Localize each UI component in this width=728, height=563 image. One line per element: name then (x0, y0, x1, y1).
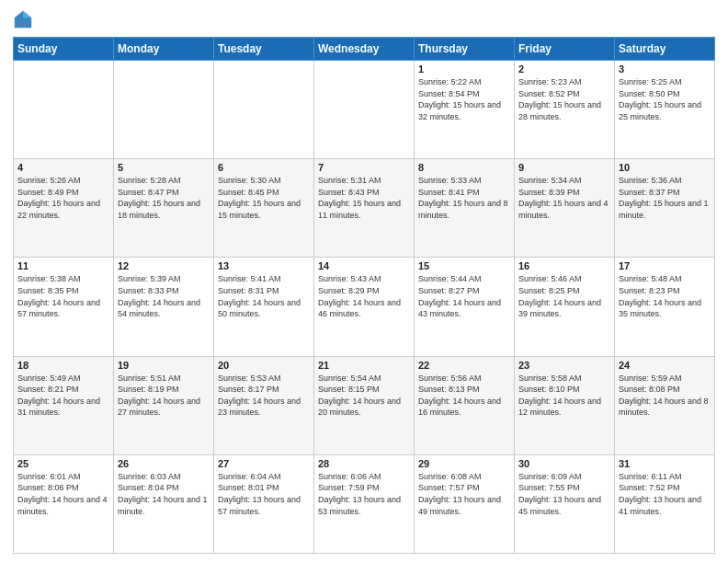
calendar-cell (214, 61, 314, 159)
calendar-cell: 12Sunrise: 5:39 AMSunset: 8:33 PMDayligh… (114, 258, 214, 356)
week-row-5: 25Sunrise: 6:01 AMSunset: 8:06 PMDayligh… (14, 454, 715, 553)
day-number: 27 (218, 458, 310, 469)
calendar-cell: 17Sunrise: 5:48 AMSunset: 8:23 PMDayligh… (615, 258, 715, 356)
day-info: Sunrise: 6:06 AMSunset: 7:59 PMDaylight:… (318, 471, 410, 517)
calendar-cell: 22Sunrise: 5:56 AMSunset: 8:13 PMDayligh… (415, 356, 515, 454)
day-info: Sunrise: 5:30 AMSunset: 8:45 PMDaylight:… (218, 175, 310, 221)
day-info: Sunrise: 5:28 AMSunset: 8:47 PMDaylight:… (118, 175, 210, 221)
week-row-4: 18Sunrise: 5:49 AMSunset: 8:21 PMDayligh… (14, 356, 715, 454)
calendar-cell: 13Sunrise: 5:41 AMSunset: 8:31 PMDayligh… (214, 258, 314, 356)
day-number: 8 (418, 162, 510, 173)
calendar-cell: 25Sunrise: 6:01 AMSunset: 8:06 PMDayligh… (14, 454, 114, 553)
calendar-cell (314, 61, 415, 159)
day-number: 9 (518, 162, 610, 173)
day-info: Sunrise: 5:54 AMSunset: 8:15 PMDaylight:… (318, 373, 410, 419)
day-number: 24 (619, 360, 711, 371)
calendar-cell: 21Sunrise: 5:54 AMSunset: 8:15 PMDayligh… (314, 356, 415, 454)
day-number: 17 (619, 260, 711, 271)
day-info: Sunrise: 6:01 AMSunset: 8:06 PMDaylight:… (17, 471, 109, 517)
calendar-cell: 20Sunrise: 5:53 AMSunset: 8:17 PMDayligh… (214, 356, 314, 454)
day-number: 4 (17, 162, 109, 173)
day-number: 21 (318, 360, 410, 371)
day-info: Sunrise: 5:25 AMSunset: 8:50 PMDaylight:… (619, 76, 711, 122)
day-number: 15 (418, 260, 510, 271)
calendar-cell: 24Sunrise: 5:59 AMSunset: 8:08 PMDayligh… (615, 356, 715, 454)
calendar-cell: 29Sunrise: 6:08 AMSunset: 7:57 PMDayligh… (415, 454, 515, 553)
calendar-cell: 11Sunrise: 5:38 AMSunset: 8:35 PMDayligh… (14, 258, 114, 356)
day-info: Sunrise: 5:41 AMSunset: 8:31 PMDaylight:… (218, 273, 310, 319)
day-info: Sunrise: 5:58 AMSunset: 8:10 PMDaylight:… (518, 373, 610, 419)
calendar-cell: 10Sunrise: 5:36 AMSunset: 8:37 PMDayligh… (615, 159, 715, 258)
day-info: Sunrise: 6:09 AMSunset: 7:55 PMDaylight:… (518, 471, 610, 517)
day-info: Sunrise: 5:34 AMSunset: 8:39 PMDaylight:… (518, 175, 610, 221)
day-number: 20 (218, 360, 310, 371)
weekday-header-row: SundayMondayTuesdayWednesdayThursdayFrid… (14, 38, 715, 61)
day-number: 10 (619, 162, 711, 173)
day-info: Sunrise: 5:51 AMSunset: 8:19 PMDaylight:… (118, 373, 210, 419)
week-row-1: 1Sunrise: 5:22 AMSunset: 8:54 PMDaylight… (14, 61, 715, 159)
header (13, 9, 715, 29)
calendar-cell: 3Sunrise: 5:25 AMSunset: 8:50 PMDaylight… (615, 61, 715, 159)
calendar-table: SundayMondayTuesdayWednesdayThursdayFrid… (13, 37, 715, 554)
calendar-cell: 27Sunrise: 6:04 AMSunset: 8:01 PMDayligh… (214, 454, 314, 553)
day-info: Sunrise: 5:44 AMSunset: 8:27 PMDaylight:… (418, 273, 510, 319)
weekday-header-wednesday: Wednesday (314, 38, 415, 61)
day-number: 18 (17, 360, 109, 371)
calendar-cell: 5Sunrise: 5:28 AMSunset: 8:47 PMDaylight… (114, 159, 214, 258)
weekday-header-thursday: Thursday (415, 38, 515, 61)
day-number: 3 (619, 63, 711, 75)
weekday-header-monday: Monday (114, 38, 214, 61)
week-row-3: 11Sunrise: 5:38 AMSunset: 8:35 PMDayligh… (14, 258, 715, 356)
calendar-cell: 1Sunrise: 5:22 AMSunset: 8:54 PMDaylight… (415, 61, 515, 159)
calendar-cell: 2Sunrise: 5:23 AMSunset: 8:52 PMDaylight… (515, 61, 615, 159)
calendar-cell: 8Sunrise: 5:33 AMSunset: 8:41 PMDaylight… (415, 159, 515, 258)
day-info: Sunrise: 5:49 AMSunset: 8:21 PMDaylight:… (17, 373, 109, 419)
weekday-header-friday: Friday (515, 38, 615, 61)
day-info: Sunrise: 5:38 AMSunset: 8:35 PMDaylight:… (17, 273, 109, 319)
calendar-cell: 23Sunrise: 5:58 AMSunset: 8:10 PMDayligh… (515, 356, 615, 454)
day-number: 7 (318, 162, 410, 173)
day-info: Sunrise: 6:04 AMSunset: 8:01 PMDaylight:… (218, 471, 310, 517)
day-info: Sunrise: 5:43 AMSunset: 8:29 PMDaylight:… (318, 273, 410, 319)
calendar-cell: 14Sunrise: 5:43 AMSunset: 8:29 PMDayligh… (314, 258, 415, 356)
day-number: 12 (118, 260, 210, 271)
day-number: 28 (318, 458, 410, 469)
day-info: Sunrise: 5:33 AMSunset: 8:41 PMDaylight:… (418, 175, 510, 221)
weekday-header-sunday: Sunday (14, 38, 114, 61)
day-info: Sunrise: 5:23 AMSunset: 8:52 PMDaylight:… (518, 76, 610, 122)
day-number: 13 (218, 260, 310, 271)
calendar-cell (14, 61, 114, 159)
day-number: 23 (518, 360, 610, 371)
day-info: Sunrise: 5:22 AMSunset: 8:54 PMDaylight:… (418, 76, 510, 122)
calendar-cell: 7Sunrise: 5:31 AMSunset: 8:43 PMDaylight… (314, 159, 415, 258)
day-number: 6 (218, 162, 310, 173)
day-number: 19 (118, 360, 210, 371)
weekday-header-saturday: Saturday (615, 38, 715, 61)
day-info: Sunrise: 5:31 AMSunset: 8:43 PMDaylight:… (318, 175, 410, 221)
calendar-cell: 26Sunrise: 6:03 AMSunset: 8:04 PMDayligh… (114, 454, 214, 553)
logo (13, 9, 37, 29)
day-number: 25 (17, 458, 109, 469)
day-info: Sunrise: 5:26 AMSunset: 8:49 PMDaylight:… (17, 175, 109, 221)
calendar-cell: 9Sunrise: 5:34 AMSunset: 8:39 PMDaylight… (515, 159, 615, 258)
day-number: 5 (118, 162, 210, 173)
day-number: 11 (17, 260, 109, 271)
svg-marker-1 (23, 11, 31, 17)
day-info: Sunrise: 5:53 AMSunset: 8:17 PMDaylight:… (218, 373, 310, 419)
day-number: 1 (418, 63, 510, 75)
calendar-cell (114, 61, 214, 159)
day-info: Sunrise: 6:11 AMSunset: 7:52 PMDaylight:… (619, 471, 711, 517)
calendar-cell: 15Sunrise: 5:44 AMSunset: 8:27 PMDayligh… (415, 258, 515, 356)
logo-icon (13, 9, 33, 29)
day-info: Sunrise: 6:03 AMSunset: 8:04 PMDaylight:… (118, 471, 210, 517)
day-info: Sunrise: 5:59 AMSunset: 8:08 PMDaylight:… (619, 373, 711, 419)
page: SundayMondayTuesdayWednesdayThursdayFrid… (0, 0, 728, 563)
weekday-header-tuesday: Tuesday (214, 38, 314, 61)
calendar-cell: 6Sunrise: 5:30 AMSunset: 8:45 PMDaylight… (214, 159, 314, 258)
day-number: 26 (118, 458, 210, 469)
day-number: 29 (418, 458, 510, 469)
day-number: 14 (318, 260, 410, 271)
calendar-cell: 31Sunrise: 6:11 AMSunset: 7:52 PMDayligh… (615, 454, 715, 553)
calendar-cell: 4Sunrise: 5:26 AMSunset: 8:49 PMDaylight… (14, 159, 114, 258)
calendar-cell: 28Sunrise: 6:06 AMSunset: 7:59 PMDayligh… (314, 454, 415, 553)
